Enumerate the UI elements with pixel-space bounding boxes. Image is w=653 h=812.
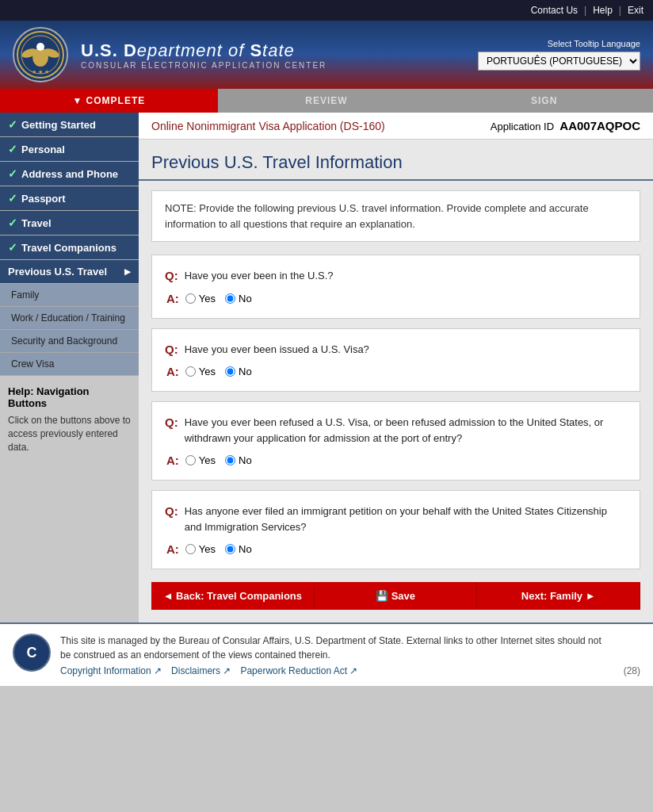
progress-bar: ▼ COMPLETE REVIEW SIGN — [0, 89, 653, 113]
q-text-3: Have you ever been refused a U.S. Visa, … — [185, 415, 627, 446]
page-title: Previous U.S. Travel Information — [139, 140, 653, 181]
sidebar-item-address[interactable]: ✓ Address and Phone — [0, 162, 139, 186]
svg-text:★ ★ ★: ★ ★ ★ — [32, 69, 49, 75]
footer-links: Copyright Information ↗ Disclaimers ↗ Pa… — [60, 665, 614, 676]
sidebar-item-prev-travel[interactable]: Previous U.S. Travel ▶ — [0, 260, 139, 284]
arrow-icon: ▶ — [124, 267, 131, 276]
answer-row-2: A: Yes No — [165, 365, 627, 378]
question-row-2: Q: Have you ever been issued a U.S. Visa… — [165, 342, 627, 358]
sidebar-label-family: Family — [11, 289, 39, 301]
radio-no-4[interactable]: No — [225, 543, 252, 555]
next-button[interactable]: Next: Family ► — [477, 582, 640, 610]
radio-group-4: Yes No — [185, 543, 252, 555]
a-label-2: A: — [166, 365, 179, 378]
step-review[interactable]: REVIEW — [218, 89, 436, 113]
main-content: Online Nonimmigrant Visa Application (DS… — [139, 113, 653, 622]
footer-main-text: This site is managed by the Bureau of Co… — [60, 634, 614, 662]
no-label-4: No — [239, 543, 252, 555]
check-icon: ✓ — [8, 167, 17, 180]
language-select[interactable]: PORTUGUÊS (PORTUGUESE) — [478, 52, 640, 71]
app-id-area: Application ID AA007AQPOC — [491, 119, 640, 132]
radio-input-yes-4[interactable] — [185, 544, 196, 554]
help-title: Help: Navigation Buttons — [8, 385, 131, 409]
step-sign-label: SIGN — [531, 95, 557, 106]
answer-row-4: A: Yes No — [165, 542, 627, 556]
yes-label-3: Yes — [199, 454, 216, 466]
a-label-3: A: — [166, 454, 179, 467]
q-label-1: Q: — [165, 269, 178, 282]
step-complete[interactable]: ▼ COMPLETE — [0, 89, 218, 113]
help-link[interactable]: Help — [593, 5, 613, 16]
svg-point-5 — [36, 43, 44, 51]
radio-input-yes-3[interactable] — [185, 455, 196, 465]
help-text: Click on the buttons above to access pre… — [8, 414, 131, 454]
answer-row-1: A: Yes No — [165, 292, 627, 305]
copyright-link[interactable]: Copyright Information ↗ — [60, 665, 162, 676]
radio-input-no-3[interactable] — [225, 455, 235, 465]
app-id-label: Application ID — [491, 121, 554, 132]
radio-yes-4[interactable]: Yes — [185, 543, 216, 555]
step-sign[interactable]: SIGN — [435, 89, 653, 113]
site-header: ★ ★ ★ U.S. Department of State CONSULAR … — [0, 21, 653, 89]
radio-input-yes-1[interactable] — [185, 293, 196, 304]
radio-input-no-2[interactable] — [225, 366, 235, 377]
no-label-3: No — [239, 454, 252, 466]
sidebar-item-personal[interactable]: ✓ Personal — [0, 137, 139, 162]
no-label-1: No — [239, 293, 252, 304]
radio-yes-2[interactable]: Yes — [185, 366, 216, 377]
radio-no-3[interactable]: No — [225, 454, 252, 466]
yes-label-2: Yes — [199, 366, 216, 377]
check-icon: ✓ — [8, 241, 17, 254]
q-label-2: Q: — [165, 343, 178, 356]
sidebar-item-passport[interactable]: ✓ Passport — [0, 186, 139, 211]
lang-label: Select Tooltip Language — [548, 39, 640, 48]
radio-no-2[interactable]: No — [225, 366, 252, 377]
sidebar-item-security[interactable]: Security and Background — [0, 330, 139, 353]
yes-label-1: Yes — [199, 293, 216, 304]
footer-text-area: This site is managed by the Bureau of Co… — [60, 634, 614, 676]
sidebar-item-work-education[interactable]: Work / Education / Training — [0, 307, 139, 330]
dept-title: U.S. Department of State CONSULAR ELECTR… — [81, 40, 326, 70]
dept-seal: ★ ★ ★ — [13, 27, 68, 82]
sidebar-label-work-education: Work / Education / Training — [11, 312, 125, 324]
sidebar-item-travel[interactable]: ✓ Travel — [0, 211, 139, 236]
sidebar-label-prev-travel: Previous U.S. Travel — [8, 266, 107, 278]
question-row-1: Q: Have you ever been in the U.S.? — [165, 268, 627, 284]
sidebar-label-security: Security and Background — [11, 335, 117, 347]
sidebar-label-getting-started: Getting Started — [21, 119, 96, 131]
save-button[interactable]: 💾 Save — [315, 582, 478, 610]
sidebar-label-personal: Personal — [21, 144, 65, 155]
sidebar-item-crew-visa[interactable]: Crew Visa — [0, 353, 139, 376]
disclaimers-link[interactable]: Disclaimers ↗ — [171, 665, 231, 676]
check-icon: ✓ — [8, 192, 17, 205]
contact-link[interactable]: Contact Us — [531, 5, 578, 16]
radio-input-no-1[interactable] — [225, 293, 235, 304]
radio-yes-3[interactable]: Yes — [185, 454, 216, 466]
sidebar-label-crew-visa: Crew Visa — [11, 358, 54, 370]
page-number: (28) — [624, 665, 640, 676]
radio-no-1[interactable]: No — [225, 293, 252, 304]
exit-link[interactable]: Exit — [628, 5, 643, 16]
sidebar: ✓ Getting Started ✓ Personal ✓ Address a… — [0, 113, 139, 622]
sidebar-item-travel-companions[interactable]: ✓ Travel Companions — [0, 236, 139, 260]
radio-group-3: Yes No — [185, 454, 252, 466]
sidebar-item-getting-started[interactable]: ✓ Getting Started — [0, 113, 139, 137]
sidebar-label-travel-companions: Travel Companions — [21, 242, 116, 254]
radio-yes-1[interactable]: Yes — [185, 293, 216, 304]
sidebar-item-family[interactable]: Family — [0, 284, 139, 307]
radio-group-2: Yes No — [185, 366, 252, 377]
check-icon: ✓ — [8, 216, 17, 229]
back-button[interactable]: ◄ Back: Travel Companions — [151, 582, 315, 610]
paperwork-link[interactable]: Paperwork Reduction Act ↗ — [240, 665, 357, 676]
dept-name: U.S. Department of State — [81, 40, 326, 61]
save-icon: 💾 — [376, 590, 388, 602]
a-label-1: A: — [166, 292, 179, 305]
step-complete-label: ▼ COMPLETE — [72, 95, 145, 106]
question-block-2: Q: Have you ever been issued a U.S. Visa… — [151, 328, 640, 393]
nav-buttons: ◄ Back: Travel Companions 💾 Save Next: F… — [151, 582, 640, 610]
radio-input-yes-2[interactable] — [185, 366, 196, 377]
site-footer: C This site is managed by the Bureau of … — [0, 622, 653, 686]
yes-label-4: Yes — [199, 543, 216, 555]
step-review-label: REVIEW — [305, 95, 347, 106]
radio-input-no-4[interactable] — [225, 544, 235, 554]
